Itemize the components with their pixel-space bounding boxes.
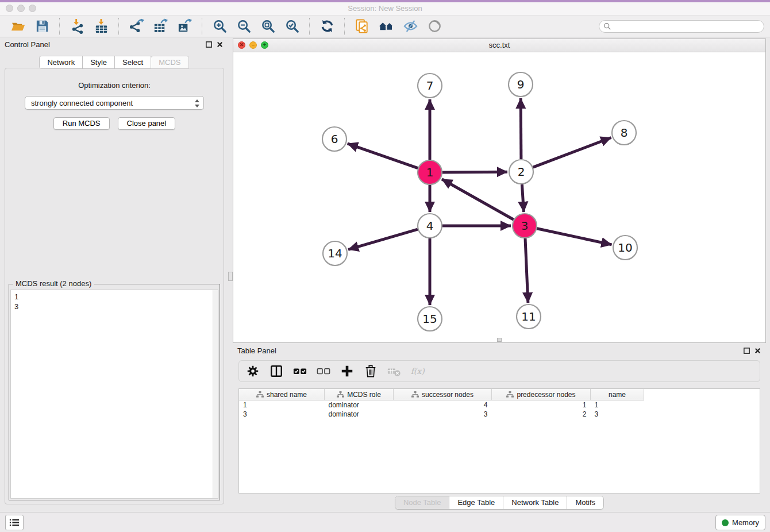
- search-icon: [603, 22, 611, 30]
- window-title: Session: New Session: [0, 4, 770, 13]
- float-panel-icon[interactable]: [205, 41, 213, 48]
- column-header-MCDS-role[interactable]: MCDS role: [325, 389, 394, 400]
- import-network-icon[interactable]: [68, 17, 86, 36]
- zoom-out-icon[interactable]: [234, 17, 253, 36]
- network-window-title: scc.txt: [233, 41, 765, 49]
- split-columns-icon[interactable]: [268, 363, 284, 379]
- zoom-fit-icon[interactable]: [259, 17, 277, 36]
- deselect-all-checkboxes-icon[interactable]: [315, 363, 332, 379]
- gear-icon[interactable]: [245, 363, 261, 379]
- memory-button[interactable]: Memory: [715, 515, 765, 530]
- node-9-label: 9: [517, 78, 525, 91]
- export-table-icon[interactable]: [151, 17, 170, 36]
- open-session-icon[interactable]: [9, 17, 27, 36]
- edge-3-1[interactable]: [442, 179, 514, 219]
- edge-4-14[interactable]: [348, 229, 418, 249]
- control-panel-title: Control Panel: [5, 40, 50, 49]
- cell-predecessor-nodes[interactable]: 1: [492, 400, 591, 410]
- node-8-label: 8: [621, 126, 628, 140]
- select-all-checkboxes-icon[interactable]: [292, 363, 308, 379]
- node-3-label: 3: [521, 219, 529, 233]
- export-image-icon[interactable]: [175, 17, 194, 36]
- table-row[interactable]: 3dominator323: [239, 410, 644, 419]
- column-label: shared name: [267, 391, 307, 399]
- import-table-icon[interactable]: [92, 17, 110, 36]
- edge-3-10[interactable]: [537, 229, 612, 245]
- toolbar-separator: [59, 18, 60, 35]
- network-resize-grip[interactable]: [497, 338, 502, 342]
- hide-selected-icon[interactable]: [401, 17, 419, 36]
- tab-node-table[interactable]: Node Table: [395, 496, 449, 509]
- cell-successor-nodes[interactable]: 3: [394, 410, 492, 419]
- add-row-icon[interactable]: [339, 363, 355, 379]
- tab-edge-table[interactable]: Edge Table: [449, 496, 503, 509]
- result-scrollbar[interactable]: [213, 290, 218, 498]
- edge-2-8[interactable]: [533, 138, 611, 168]
- mcds-result-lines: 1 3: [11, 290, 218, 313]
- tab-network-table[interactable]: Network Table: [503, 496, 567, 509]
- cell-name[interactable]: 1: [591, 400, 644, 410]
- column-header-successor-nodes[interactable]: successor nodes: [394, 389, 492, 400]
- column-header-shared-name[interactable]: shared name: [239, 389, 325, 400]
- table-row[interactable]: 1dominator411: [239, 400, 644, 410]
- close-panel-button[interactable]: Close panel: [118, 117, 176, 130]
- first-neighbors-icon[interactable]: [377, 17, 395, 36]
- cell-shared-name[interactable]: 3: [239, 410, 325, 419]
- search-box[interactable]: [599, 20, 764, 33]
- mcds-result-textarea[interactable]: 1 3: [10, 290, 218, 499]
- main-region: Control Panel NetworkStyleSelectMCDS Opt…: [0, 37, 770, 512]
- edge-1-6[interactable]: [348, 144, 418, 168]
- toolbar-separator: [202, 18, 202, 35]
- column-header-predecessor-nodes[interactable]: predecessor nodes: [492, 389, 591, 400]
- node-2-label: 2: [518, 165, 525, 179]
- node-6-label: 6: [331, 132, 338, 146]
- tab-motifs[interactable]: Motifs: [567, 496, 603, 509]
- splitter-grip[interactable]: [228, 272, 233, 281]
- window-titlebar[interactable]: Session: New Session: [0, 2, 770, 16]
- tab-mcds[interactable]: MCDS: [151, 56, 188, 69]
- zoom-selected-icon[interactable]: [283, 17, 301, 36]
- cell-predecessor-nodes[interactable]: 2: [492, 410, 591, 419]
- tab-style[interactable]: Style: [82, 56, 115, 69]
- column-header-name[interactable]: name: [591, 389, 644, 400]
- search-input[interactable]: [614, 22, 760, 31]
- panel-splitter[interactable]: [228, 37, 233, 512]
- table-panel-title: Table Panel: [237, 346, 276, 355]
- save-session-icon[interactable]: [33, 17, 51, 36]
- node-7-label: 7: [426, 79, 434, 92]
- float-table-panel-icon[interactable]: [743, 347, 750, 354]
- export-network-icon[interactable]: [127, 17, 145, 36]
- network-canvas[interactable]: 7968124314101511: [233, 52, 765, 342]
- tab-select[interactable]: Select: [114, 56, 151, 69]
- network-window-titlebar[interactable]: ✕ – + scc.txt: [233, 39, 765, 52]
- edge-3-11[interactable]: [525, 238, 528, 303]
- application-window: Session: New Session Control Panel Netwo…: [0, 0, 770, 532]
- table-tabs: Node TableEdge TableNetwork TableMotifs: [395, 496, 604, 510]
- edge-2-3[interactable]: [522, 184, 523, 212]
- run-mcds-button[interactable]: Run MCDS: [53, 117, 110, 130]
- show-all-icon[interactable]: [425, 17, 444, 36]
- function-builder-icon: f(x): [410, 363, 426, 379]
- close-table-panel-icon[interactable]: [754, 347, 761, 354]
- close-panel-icon[interactable]: [216, 41, 224, 48]
- task-history-button[interactable]: [5, 515, 24, 530]
- mcds-result-groupbox: MCDS result (2 nodes) 1 3: [9, 284, 220, 500]
- refresh-layout-icon[interactable]: [318, 17, 336, 36]
- cell-MCDS-role[interactable]: dominator: [325, 410, 394, 419]
- column-label: predecessor nodes: [517, 391, 575, 399]
- cell-name[interactable]: 3: [591, 410, 644, 419]
- zoom-in-icon[interactable]: [210, 17, 229, 36]
- memory-label: Memory: [732, 518, 759, 527]
- cell-successor-nodes[interactable]: 4: [394, 400, 492, 410]
- criterion-dropdown[interactable]: strongly connected component: [25, 96, 204, 110]
- optimization-criterion-label: Optimization criterion:: [5, 81, 224, 90]
- edge-1-2[interactable]: [442, 172, 507, 172]
- node-10-label: 10: [618, 241, 632, 255]
- cell-MCDS-role[interactable]: dominator: [325, 400, 394, 410]
- table-toolbar: f(x): [238, 360, 760, 382]
- new-network-from-selection-icon[interactable]: [353, 17, 371, 36]
- edge-2-9[interactable]: [521, 98, 521, 159]
- delete-row-icon[interactable]: [363, 363, 379, 379]
- tab-network[interactable]: Network: [39, 56, 83, 69]
- cell-shared-name[interactable]: 1: [239, 400, 325, 410]
